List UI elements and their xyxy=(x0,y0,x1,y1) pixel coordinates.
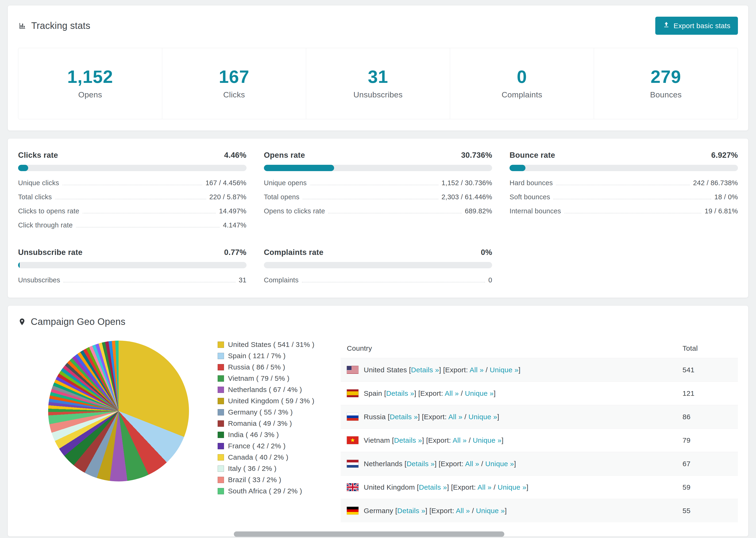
details-link[interactable]: Details » xyxy=(386,389,414,397)
horizontal-scrollbar-thumb[interactable] xyxy=(234,531,504,537)
stat-value: 1,152 xyxy=(18,67,162,87)
legend-item-united-states: United States ( 541 / 31% ) xyxy=(218,341,314,349)
legend-swatch xyxy=(218,364,224,370)
rate-block-clicks-rate: Clicks rate 4.46% Unique clicks 167 / 4.… xyxy=(18,151,246,229)
geo-table-row-united-states: United States [Details »] [Export: All »… xyxy=(341,358,738,381)
geo-legend: United States ( 541 / 31% ) Spain ( 121 … xyxy=(218,341,314,522)
legend-swatch xyxy=(218,454,224,460)
rate-stat-label: Total opens xyxy=(264,193,299,201)
stat-value: 167 xyxy=(162,67,306,87)
rate-stat-label: Soft bounces xyxy=(510,193,550,201)
bar-chart-icon xyxy=(18,22,27,30)
rate-stat-value: 2,303 / 61.446% xyxy=(442,193,492,201)
legend-item-russia: Russia ( 86 / 5% ) xyxy=(218,363,314,371)
stat-value: 279 xyxy=(594,67,738,87)
details-link[interactable]: Details » xyxy=(390,413,418,421)
legend-label: United Kingdom ( 59 / 3% ) xyxy=(228,397,314,405)
legend-item-netherlands: Netherlands ( 67 / 4% ) xyxy=(218,386,314,394)
legend-item-india: India ( 46 / 3% ) xyxy=(218,431,314,439)
legend-item-canada: Canada ( 40 / 2% ) xyxy=(218,453,314,461)
flag-de-icon xyxy=(347,507,358,514)
rate-stat-line: Complaints 0 xyxy=(264,276,492,284)
rate-stat-value: 19 / 6.81% xyxy=(705,207,738,215)
legend-label: India ( 46 / 3% ) xyxy=(228,431,279,439)
export-all-link[interactable]: All » xyxy=(453,436,467,444)
legend-item-spain: Spain ( 121 / 7% ) xyxy=(218,352,314,360)
export-unique-link[interactable]: Unique » xyxy=(473,436,502,444)
dotted-leader xyxy=(302,282,485,282)
export-all-link[interactable]: All » xyxy=(456,507,470,514)
stat-label: Unsubscribes xyxy=(306,90,450,99)
country-cell: Spain [Details »] [Export: All » / Uniqu… xyxy=(364,389,682,398)
flag-us-icon xyxy=(347,366,358,374)
rate-progress-bar xyxy=(264,262,492,268)
dotted-leader xyxy=(303,199,438,199)
export-all-link[interactable]: All » xyxy=(469,366,484,374)
export-unique-link[interactable]: Unique » xyxy=(498,483,526,491)
rate-rows: Complaints 0 xyxy=(264,276,492,284)
details-link[interactable]: Details » xyxy=(394,436,422,444)
stat-cell-unsubscribes: 31 Unsubscribes xyxy=(306,48,450,119)
rate-stat-line: Click through rate 4.147% xyxy=(18,221,246,229)
tracking-stats-card: Tracking stats Export basic stats 1,152 … xyxy=(8,5,748,131)
rate-progress-bar xyxy=(18,165,246,171)
rate-stat-label: Unique clicks xyxy=(18,179,59,187)
rate-stat-line: Soft bounces 18 / 0% xyxy=(510,193,738,201)
legend-item-vietnam: Vietnam ( 79 / 5% ) xyxy=(218,374,314,382)
rate-progress-fill xyxy=(264,165,334,171)
tracking-stats-title-text: Tracking stats xyxy=(31,21,90,31)
export-all-link[interactable]: All » xyxy=(477,483,492,491)
export-unique-link[interactable]: Unique » xyxy=(465,389,494,397)
export-unique-link[interactable]: Unique » xyxy=(468,413,497,421)
geo-opens-pie-chart xyxy=(48,341,189,481)
export-all-link[interactable]: All » xyxy=(449,413,462,421)
legend-item-brazil: Brazil ( 33 / 2% ) xyxy=(218,476,314,484)
geo-table: Country Total United States [Details »] … xyxy=(341,339,738,522)
rate-value: 30.736% xyxy=(461,151,492,160)
legend-swatch xyxy=(218,465,224,472)
rate-value: 6.927% xyxy=(711,151,738,160)
rate-stat-label: Opens to clicks rate xyxy=(264,207,325,215)
rate-stat-value: 689.82% xyxy=(465,207,492,215)
geo-table-row-vietnam: Vietnam [Details »] [Export: All » / Uni… xyxy=(341,428,738,452)
rate-stat-line: Hard bounces 242 / 86.738% xyxy=(510,179,738,187)
details-link[interactable]: Details » xyxy=(406,460,435,467)
geo-title-text: Campaign Geo Opens xyxy=(31,316,125,327)
details-link[interactable]: Details » xyxy=(419,483,447,491)
dashboard-page: Tracking stats Export basic stats 1,152 … xyxy=(0,0,756,537)
legend-label: Netherlands ( 67 / 4% ) xyxy=(228,386,302,394)
stat-label: Clicks xyxy=(162,90,306,99)
geo-title: Campaign Geo Opens xyxy=(18,316,125,327)
export-unique-link[interactable]: Unique » xyxy=(476,507,505,514)
stats-row: 1,152 Opens 167 Clicks 31 Unsubscribes 0… xyxy=(18,48,738,119)
geo-table-row-spain: Spain [Details »] [Export: All » / Uniqu… xyxy=(341,381,738,405)
export-unique-link[interactable]: Unique » xyxy=(485,460,514,467)
country-cell: Netherlands [Details »] [Export: All » /… xyxy=(364,460,682,468)
stat-label: Opens xyxy=(18,90,162,99)
flag-es-icon xyxy=(347,389,358,397)
geo-header: Campaign Geo Opens xyxy=(18,316,738,327)
rate-progress-fill xyxy=(18,262,20,268)
export-unique-link[interactable]: Unique » xyxy=(490,366,519,374)
rate-stat-label: Unsubscribes xyxy=(18,276,60,284)
export-basic-stats-button[interactable]: Export basic stats xyxy=(655,17,738,35)
export-all-link[interactable]: All » xyxy=(445,389,459,397)
country-cell: Russia [Details »] [Export: All » / Uniq… xyxy=(364,413,682,421)
export-all-link[interactable]: All » xyxy=(465,460,479,467)
geo-table-body: United States [Details »] [Export: All »… xyxy=(341,358,738,522)
rate-stat-label: Unique opens xyxy=(264,179,307,187)
legend-label: Romania ( 49 / 3% ) xyxy=(228,419,292,427)
legend-item-south-africa: South Africa ( 29 / 2% ) xyxy=(218,487,314,495)
dotted-leader xyxy=(76,227,220,228)
legend-swatch xyxy=(218,488,224,494)
rate-progress-fill xyxy=(510,165,525,171)
legend-swatch xyxy=(218,432,224,438)
rate-block-bounce-rate: Bounce rate 6.927% Hard bounces 242 / 86… xyxy=(510,151,738,229)
rate-title: Clicks rate xyxy=(18,151,58,160)
details-link[interactable]: Details » xyxy=(397,507,425,514)
details-link[interactable]: Details » xyxy=(411,366,439,374)
column-header-country: Country xyxy=(347,344,682,352)
rate-head: Complaints rate 0% xyxy=(264,248,492,257)
dotted-leader xyxy=(310,185,438,185)
export-button-label: Export basic stats xyxy=(674,22,730,30)
